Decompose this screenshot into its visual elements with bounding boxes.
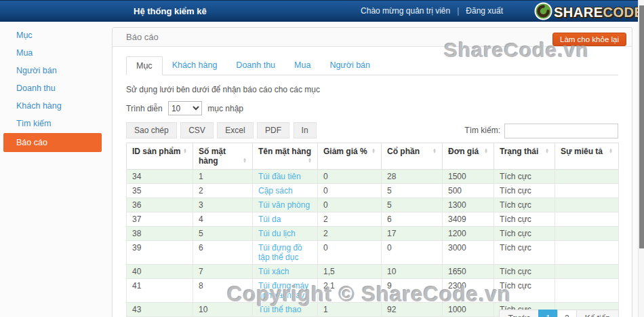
cell-id: 41	[127, 279, 193, 303]
cell-ten-mat-hang: Túi thể thao	[253, 303, 318, 317]
table-row: 34 1 Túi đầu tiên 0 28 1500 Tích cực	[127, 170, 619, 184]
sidebar-item-mua[interactable]: Mua	[3, 45, 102, 61]
cell-su-mieu-ta	[555, 198, 619, 212]
cell-giam-gia: 2	[318, 227, 382, 241]
excel-button[interactable]: Excel	[217, 122, 253, 138]
pdf-button[interactable]: PDF	[257, 122, 289, 138]
item-name-link[interactable]: Túi đựng đồ tập thể dục	[258, 243, 302, 262]
tab-nguoi-ban[interactable]: Người bán	[320, 56, 380, 75]
app-title: Hệ thống kiểm kê	[134, 1, 207, 22]
tab-khach-hang[interactable]: Khách hàng	[163, 56, 227, 75]
cell-su-mieu-ta	[555, 241, 619, 265]
sidebar-item-doanh-thu[interactable]: Doanh thu	[3, 80, 102, 96]
csv-button[interactable]: CSV	[180, 122, 214, 138]
sidebar-item-khach-hang[interactable]: Khách hàng	[3, 98, 102, 114]
sidebar-nav: Mục Mua Người bán Doanh thu Khách hàng T…	[3, 27, 102, 153]
cell-su-mieu-ta	[555, 265, 619, 279]
col-header-giam-gia[interactable]: Giảm giá %▲▼	[318, 143, 382, 170]
item-name-link[interactable]: Túi đựng máy tính xách tay	[258, 281, 308, 300]
cell-don-gia: 1200	[443, 227, 494, 241]
col-header-so-mat-hang[interactable]: Số mặt hàng▲▼	[193, 143, 253, 170]
cell-giam-gia: 0	[318, 184, 382, 198]
col-header-trang-thai[interactable]: Trạng thái▲▼	[494, 143, 555, 170]
header-divider: |	[457, 6, 459, 16]
pagination-previous[interactable]: Trước	[499, 310, 539, 317]
col-header-ten-mat-hang[interactable]: Tên mặt hàng▲▼	[253, 143, 318, 170]
cell-ten-mat-hang: Túi đầu tiên	[253, 170, 318, 184]
cell-don-gia: 1650	[443, 265, 494, 279]
scrollbar-thumb[interactable]	[639, 5, 644, 248]
cell-co-phan: 9	[382, 279, 443, 303]
logout-link[interactable]: Đăng xuất	[466, 6, 503, 16]
sharecode-logo: SHARECODE.vn	[534, 2, 644, 23]
sort-icon: ▲▼	[183, 148, 187, 153]
export-button-group: Sao chép CSV Excel PDF In	[126, 122, 317, 138]
cell-trang-thai: Tích cực	[494, 279, 555, 303]
vertical-scrollbar	[638, 0, 644, 317]
item-name-link[interactable]: Túi da	[258, 215, 281, 224]
col-header-su-mieu-ta[interactable]: Sự miêu tả▲▼	[555, 143, 619, 170]
cell-ten-mat-hang: Túi đựng đồ tập thể dục	[253, 241, 318, 265]
cell-co-phan: 92	[382, 303, 443, 317]
pagination: Trước12Kế tiếp	[500, 310, 619, 317]
cell-co-phan: 5	[382, 184, 443, 198]
cell-ten-mat-hang: Túi đựng máy tính xách tay	[253, 279, 318, 303]
cell-id: 34	[127, 170, 193, 184]
welcome-text: Chào mừng quản trị viên	[361, 6, 450, 16]
cell-so-mat-hang: 4	[193, 212, 253, 227]
tab-mua[interactable]: Mua	[285, 56, 320, 75]
cell-giam-gia: 2	[318, 212, 382, 227]
cell-trang-thai: Tích cực	[494, 227, 555, 241]
length-label-before: Trình diễn	[126, 104, 163, 113]
table-body: 34 1 Túi đầu tiên 0 28 1500 Tích cực 35 …	[127, 170, 619, 317]
pagination-page-1[interactable]: 1	[538, 310, 558, 317]
item-name-link[interactable]: Túi văn phòng	[258, 200, 310, 210]
sidebar-item-nguoi-ban[interactable]: Người bán	[3, 62, 102, 79]
table-header-row: ID sản phẩm▲▼ Số mặt hàng▲▼ Tên mặt hàng…	[127, 143, 619, 170]
cell-don-gia: 1000	[443, 303, 494, 317]
sidebar-item-muc[interactable]: Mục	[3, 27, 102, 43]
table-row: 37 4 Túi da 2 6 3409 Tích cực	[127, 212, 619, 227]
item-name-link[interactable]: Túi đầu tiên	[258, 172, 301, 181]
cell-trang-thai: Tích cực	[494, 170, 555, 184]
tab-doanh-thu[interactable]: Doanh thu	[226, 56, 285, 75]
print-button[interactable]: In	[294, 122, 317, 138]
table-row: 35 2 Cặp sách 0 5 500 Tích cực	[127, 184, 619, 198]
pagination-page-2[interactable]: 2	[557, 310, 577, 317]
cell-su-mieu-ta	[555, 170, 619, 184]
cell-su-mieu-ta	[555, 184, 619, 198]
refresh-button[interactable]: Làm cho khỏe lại	[552, 33, 626, 46]
cell-so-mat-hang: 1	[193, 170, 253, 184]
cell-giam-gia: 1	[318, 303, 382, 317]
report-tabs: Mục Khách hàng Doanh thu Mua Người bán	[126, 56, 618, 75]
cell-trang-thai: Tích cực	[494, 265, 555, 279]
cell-su-mieu-ta	[555, 227, 619, 241]
table-row: 36 3 Túi văn phòng 0 5 1300 Tích cực	[127, 198, 619, 212]
cell-so-mat-hang: 7	[193, 265, 253, 279]
item-name-link[interactable]: Túi du lịch	[258, 229, 296, 238]
copy-button[interactable]: Sao chép	[126, 122, 177, 138]
item-name-link[interactable]: Cặp sách	[258, 186, 293, 195]
item-name-link[interactable]: Túi xách	[258, 267, 289, 276]
col-header-id[interactable]: ID sản phẩm▲▼	[127, 143, 193, 170]
col-header-co-phan[interactable]: Cổ phần▲▼	[382, 143, 443, 170]
sort-icon: ▲▼	[545, 148, 549, 153]
item-name-link[interactable]: Túi thể thao	[258, 305, 301, 314]
page-length-control: Trình diễn 10 mục nhập	[126, 101, 618, 115]
cell-don-gia: 2300	[443, 279, 494, 303]
cell-don-gia: 3409	[443, 212, 494, 227]
search-input[interactable]	[504, 124, 618, 138]
cell-co-phan: 17	[382, 227, 443, 241]
cell-id: 35	[127, 184, 193, 198]
table-search: Tìm kiếm:	[464, 124, 618, 138]
pagination-next[interactable]: Kế tiếp	[576, 310, 619, 317]
tab-muc[interactable]: Mục	[126, 56, 163, 75]
cell-giam-gia: 1,5	[318, 265, 382, 279]
col-header-don-gia[interactable]: Đơn giá▲▼	[443, 143, 494, 170]
sidebar-item-bao-cao[interactable]: Báo cáo	[3, 133, 102, 152]
cell-so-mat-hang: 10	[193, 303, 253, 317]
page-length-select[interactable]: 10	[168, 101, 202, 115]
cell-su-mieu-ta	[555, 279, 619, 303]
cell-don-gia: 1300	[443, 198, 494, 212]
sidebar-item-tim-kiem[interactable]: Tìm kiếm	[3, 115, 102, 132]
